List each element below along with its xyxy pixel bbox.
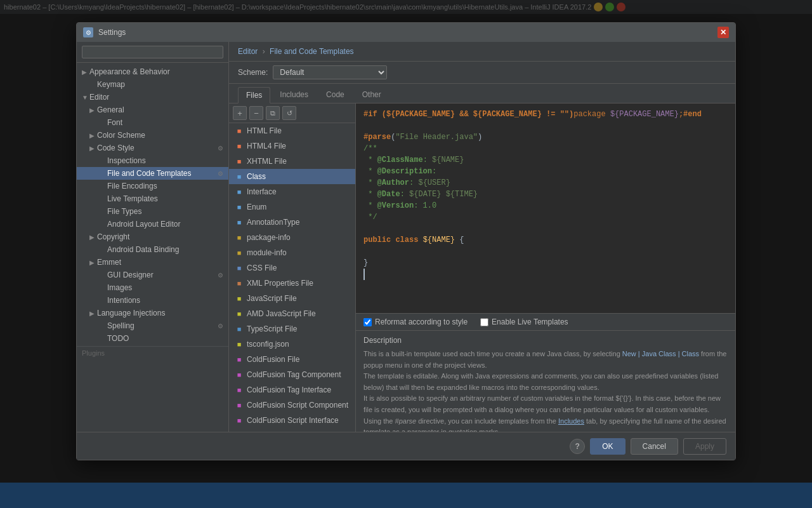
ok-button[interactable]: OK (590, 438, 625, 455)
tab-files[interactable]: Files (238, 87, 270, 104)
list-item[interactable]: ■ AnnotationType (229, 215, 355, 230)
list-item[interactable]: ■ TypeScript File (229, 321, 355, 337)
list-item[interactable]: ■ package-info (229, 230, 355, 245)
list-item[interactable]: ■ AMD JavaScript File (229, 306, 355, 321)
sidebar-item-todo[interactable]: TODO (77, 332, 228, 345)
html-icon: ■ (234, 126, 244, 136)
sidebar-item-android-layout-editor[interactable]: Android Layout Editor (77, 218, 228, 231)
sidebar-item-intentions[interactable]: Intentions (77, 294, 228, 307)
list-item[interactable]: ■ Enum (229, 199, 355, 215)
code-line: * @Author: ${USER} (363, 177, 728, 189)
sidebar-item-code-style[interactable]: ▶ Code Style ⚙ (77, 142, 228, 154)
tab-code[interactable]: Code (318, 86, 353, 103)
list-item[interactable]: ■ ColdFusion Tag Interface (229, 382, 355, 398)
apply-button[interactable]: Apply (683, 438, 726, 455)
breadcrumb-current: File and Code Templates (270, 47, 354, 56)
list-item[interactable]: ■ ColdFusion Script Interface (229, 413, 355, 428)
list-item[interactable]: ■ HTML File (229, 123, 355, 138)
tab-other[interactable]: Other (354, 86, 390, 103)
list-item[interactable]: ■ ColdFusion Script Component (229, 398, 355, 413)
tab-includes[interactable]: Includes (272, 86, 317, 103)
list-item[interactable]: ■ XML Properties File (229, 276, 355, 291)
file-item-label: ColdFusion File (247, 355, 299, 364)
cf-script-intf-icon: ■ (234, 415, 244, 425)
sidebar-item-gui-designer[interactable]: GUI Designer ⚙ (77, 269, 228, 281)
dialog-title: Settings (98, 28, 717, 37)
reset-template-button[interactable]: ↺ (282, 106, 296, 120)
list-item[interactable]: ■ XHTML File (229, 154, 355, 169)
help-button[interactable]: ? (570, 439, 585, 454)
sidebar-item-android-data-binding[interactable]: Android Data Binding (77, 243, 228, 256)
code-line: * @ClassName: ${NAME} (363, 154, 728, 166)
list-item[interactable]: ■ tsconfig.json (229, 337, 355, 352)
breadcrumb-sep: › (263, 47, 265, 56)
modal-overlay: ⚙ Settings ✕ ▶ Appearance & Behavior (0, 0, 812, 483)
code-line: * @Version: 1.0 (363, 200, 728, 211)
sidebar-item-file-and-code-templates[interactable]: File and Code Templates ⚙ (77, 167, 228, 180)
file-item-label: module-info (247, 248, 287, 257)
js-icon: ■ (234, 293, 244, 304)
dialog-close-button[interactable]: ✕ (717, 27, 729, 38)
sidebar-item-copyright[interactable]: ▶ Copyright (77, 231, 228, 243)
css-icon: ■ (234, 263, 244, 273)
add-template-button[interactable]: + (233, 106, 247, 120)
live-templates-checkbox-label[interactable]: Enable Live Templates (480, 318, 568, 326)
search-input[interactable] (82, 46, 223, 58)
sidebar-item-appearance[interactable]: ▶ Appearance & Behavior (77, 65, 228, 78)
list-item[interactable]: ■ HTML4 File (229, 138, 355, 154)
live-templates-checkbox[interactable] (480, 318, 488, 326)
module-icon: ■ (234, 248, 244, 258)
file-item-label: AMD JavaScript File (247, 309, 316, 318)
scheme-row: Scheme: Default Project (229, 62, 735, 84)
file-item-label: XML Properties File (247, 279, 313, 288)
sidebar-item-language-injections[interactable]: ▶ Language Injections (77, 307, 228, 319)
sidebar-item-live-templates[interactable]: Live Templates (77, 192, 228, 205)
settings-icon: ⚙ (218, 145, 223, 152)
list-item-class[interactable]: ■ Class (229, 169, 355, 184)
list-item[interactable]: ■ ColdFusion File (229, 352, 355, 367)
scheme-select[interactable]: Default Project (273, 65, 387, 79)
cf-icon: ■ (234, 354, 244, 364)
reformat-checkbox[interactable] (363, 318, 372, 326)
cf-tag-intf-icon: ■ (234, 385, 244, 395)
list-item[interactable]: ■ Interface (229, 184, 355, 199)
live-templates-label: Enable Live Templates (492, 318, 568, 326)
reformat-label: Reformat according to style (375, 318, 468, 326)
file-list-panel: + − ⧉ ↺ ■ HTML File ■ (229, 104, 356, 432)
arrow-icon: ▶ (89, 259, 97, 266)
sidebar-item-inspections[interactable]: Inspections (77, 154, 228, 167)
arrow-icon: ▶ (89, 234, 97, 241)
list-item[interactable]: ■ module-info (229, 245, 355, 260)
sidebar-item-color-scheme[interactable]: ▶ Color Scheme (77, 129, 228, 142)
sidebar-item-keymap[interactable]: Keymap (77, 78, 228, 91)
description-text: This is a built-in template used each ti… (363, 349, 728, 432)
copy-template-button[interactable]: ⧉ (266, 106, 280, 120)
sidebar-item-font[interactable]: Font (77, 116, 228, 129)
sidebar-item-file-types[interactable]: File Types (77, 205, 228, 218)
list-item[interactable]: ■ JavaScript File (229, 291, 355, 306)
code-line (363, 223, 728, 234)
sidebar-item-spelling[interactable]: Spelling ⚙ (77, 319, 228, 332)
cf-tag-comp-icon: ■ (234, 370, 244, 380)
code-line: */ (363, 211, 728, 223)
file-item-label: JavaScript File (247, 294, 297, 303)
interface-icon: ■ (234, 187, 244, 197)
sidebar-item-emmet[interactable]: ▶ Emmet (77, 256, 228, 269)
tabs-bar: Files Includes Code Other (229, 84, 735, 104)
plugins-section: Plugins (77, 346, 228, 359)
tsconfig-icon: ■ (234, 339, 244, 349)
reformat-checkbox-label[interactable]: Reformat according to style (363, 318, 468, 326)
remove-template-button[interactable]: − (249, 106, 263, 120)
arrow-icon: ▶ (82, 69, 89, 76)
code-editor[interactable]: #if (${PACKAGE_NAME} && ${PACKAGE_NAME} … (356, 104, 735, 313)
code-line: } (363, 257, 728, 269)
sidebar-item-editor[interactable]: ▼ Editor (77, 91, 228, 104)
cancel-button[interactable]: Cancel (631, 438, 678, 455)
sidebar-item-general[interactable]: ▶ General (77, 104, 228, 116)
sidebar-item-file-encodings[interactable]: File Encodings (77, 180, 228, 192)
list-item[interactable]: ■ CSS File (229, 260, 355, 276)
list-item[interactable]: ■ ColdFusion Tag Component (229, 367, 355, 382)
code-line: public class ${NAME} { (363, 234, 728, 246)
sidebar-item-images[interactable]: Images (77, 281, 228, 294)
arrow-icon: ▶ (89, 310, 97, 317)
